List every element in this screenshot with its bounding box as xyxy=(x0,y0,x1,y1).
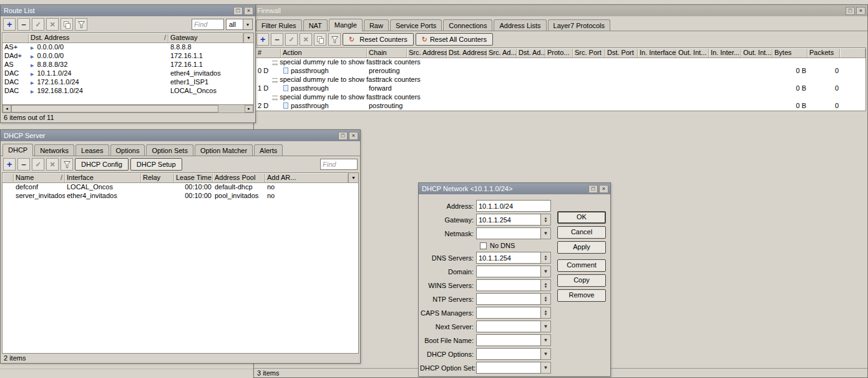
col-dst-address-list[interactable]: Dst. Ad... xyxy=(517,48,545,57)
col-dst-address[interactable]: Dst. Address xyxy=(447,48,487,57)
cancel-button[interactable]: Cancel xyxy=(557,226,606,239)
spinner-icon[interactable]: ▲▼ xyxy=(541,293,551,305)
firewall-rule-row[interactable]: 0 D passthrough prerouting 0 B 0 xyxy=(256,67,866,76)
col-src-port[interactable]: Src. Port xyxy=(573,48,605,57)
route-list-titlebar[interactable]: Route List □ × xyxy=(1,5,255,16)
filter-icon[interactable] xyxy=(75,18,87,31)
tab-layer7-protocols[interactable]: Layer7 Protocols xyxy=(548,19,611,31)
tab-dhcp[interactable]: DHCP xyxy=(2,144,33,156)
comment-icon[interactable] xyxy=(314,33,326,46)
col-address-pool[interactable]: Address Pool xyxy=(213,173,265,182)
ok-button[interactable]: OK xyxy=(557,211,606,224)
route-row[interactable]: AS+ ▶0.0.0.0/0 8.8.8.8 xyxy=(2,43,253,52)
dhcp-server-titlebar[interactable]: DHCP Server □ × xyxy=(1,130,360,141)
firewall-rule-row[interactable]: 2 D passthrough postrouting 0 B 0 xyxy=(256,102,866,111)
restore-icon[interactable]: □ xyxy=(588,185,598,193)
col-number[interactable]: # xyxy=(256,48,281,57)
col-relay[interactable]: Relay xyxy=(141,173,174,182)
tab-connections[interactable]: Connections xyxy=(443,19,492,31)
firewall-rule-row[interactable]: 1 D passthrough forward 0 B 0 xyxy=(256,84,866,93)
col-out-interface-list[interactable]: Out. Int... xyxy=(741,48,773,57)
tab-option-sets[interactable]: Option Sets xyxy=(146,144,193,156)
col-interface[interactable]: Interface xyxy=(65,173,141,182)
route-scope-combo[interactable]: all ▼ xyxy=(226,19,253,30)
spinner-icon[interactable]: ▲▼ xyxy=(541,279,551,291)
dhcp-setup-button[interactable]: DHCP Setup xyxy=(130,158,182,171)
apply-button[interactable]: Apply xyxy=(557,241,606,254)
col-chain[interactable]: Chain xyxy=(367,48,407,57)
scrollbar-thumb[interactable] xyxy=(11,105,218,112)
close-icon[interactable]: × xyxy=(856,7,866,15)
tab-address-lists[interactable]: Address Lists xyxy=(494,19,546,31)
gateway-input[interactable] xyxy=(476,214,541,226)
dns-servers-input[interactable] xyxy=(476,252,541,264)
filter-icon[interactable] xyxy=(61,158,73,171)
chevron-down-icon[interactable]: ▼ xyxy=(243,19,252,29)
chevron-down-icon[interactable]: ▼ xyxy=(541,321,551,332)
reset-all-counters-button[interactable]: ↻ Reset All Counters xyxy=(416,33,493,46)
ntp-servers-input[interactable] xyxy=(476,293,541,305)
restore-icon[interactable]: □ xyxy=(233,7,243,15)
disable-icon[interactable]: ✕ xyxy=(46,18,59,31)
dhcp-options-input[interactable] xyxy=(476,348,541,360)
add-icon[interactable]: + xyxy=(256,33,269,46)
dhcp-option-set-input[interactable] xyxy=(476,362,541,374)
chevron-down-icon[interactable]: ▼ xyxy=(541,348,551,360)
tab-service-ports[interactable]: Service Ports xyxy=(390,19,442,31)
close-icon[interactable]: × xyxy=(244,7,253,15)
domain-input[interactable] xyxy=(476,266,541,277)
col-out-interface[interactable]: Out. Int... xyxy=(676,48,709,57)
col-src-address-list[interactable]: Src. Ad... xyxy=(487,48,517,57)
chevron-down-icon[interactable]: ▼ xyxy=(541,227,551,239)
enable-icon[interactable]: ✓ xyxy=(32,18,44,31)
tab-leases[interactable]: Leases xyxy=(76,144,109,156)
col-bytes[interactable]: Bytes xyxy=(773,48,807,57)
spinner-icon[interactable]: ▲▼ xyxy=(541,214,551,226)
col-gateway[interactable]: Gateway xyxy=(168,33,243,42)
route-row[interactable]: DAC ▶172.16.1.0/24 ether1_ISP1 xyxy=(2,78,253,87)
comment-icon[interactable] xyxy=(61,18,73,31)
col-dst-address[interactable]: Dst. Address / xyxy=(29,33,168,42)
close-icon[interactable]: × xyxy=(599,185,608,193)
route-row[interactable]: AS ▶8.8.8.8/32 172.16.1.1 xyxy=(2,61,253,69)
route-row[interactable]: DAC ▶10.1.1.0/24 ether4_invitados xyxy=(2,69,253,78)
tab-filter-rules[interactable]: Filter Rules xyxy=(256,19,302,31)
add-icon[interactable]: + xyxy=(3,158,16,171)
col-packets[interactable]: Packets xyxy=(807,48,840,57)
copy-button[interactable]: Copy xyxy=(557,274,606,287)
find-input[interactable] xyxy=(320,159,358,170)
comment-row[interactable]: ;;; special dummy rule to show fasttrack… xyxy=(256,76,866,84)
close-icon[interactable]: × xyxy=(349,132,358,140)
dialog-titlebar[interactable]: DHCP Network <10.1.1.0/24> □ × xyxy=(419,183,610,194)
dhcp-config-button[interactable]: DHCP Config xyxy=(75,158,129,171)
tab-option-matcher[interactable]: Option Matcher xyxy=(195,144,253,156)
disable-icon[interactable]: ✕ xyxy=(46,158,59,171)
scroll-left-icon[interactable]: ◄ xyxy=(2,105,11,112)
dhcp-server-row[interactable]: server_invitados ether4_invitados 00:10:… xyxy=(2,192,358,201)
route-row[interactable]: DAC ▶192.168.1.0/24 LOCAL_Oncos xyxy=(2,87,253,96)
disable-icon[interactable]: ✕ xyxy=(300,33,312,46)
scrollbar-track[interactable] xyxy=(218,105,245,112)
firewall-titlebar[interactable]: Firewall □ × xyxy=(254,5,867,16)
col-name[interactable]: Name / xyxy=(14,173,65,182)
enable-icon[interactable]: ✓ xyxy=(285,33,298,46)
column-select-icon[interactable]: ▼ xyxy=(348,173,358,182)
restore-icon[interactable]: □ xyxy=(338,132,348,140)
horizontal-scrollbar[interactable]: ◄ ► xyxy=(2,105,254,113)
comment-button[interactable]: Comment xyxy=(557,259,606,272)
restore-icon[interactable]: □ xyxy=(846,7,855,15)
address-input[interactable] xyxy=(476,200,551,212)
next-server-input[interactable] xyxy=(476,321,541,332)
tab-networks[interactable]: Networks xyxy=(34,144,74,156)
comment-row[interactable]: ;;; special dummy rule to show fasttrack… xyxy=(256,58,866,67)
boot-file-name-input[interactable] xyxy=(476,334,541,346)
remove-button[interactable]: Remove xyxy=(557,289,606,302)
col-protocol[interactable]: Proto... xyxy=(545,48,573,57)
chevron-down-icon[interactable]: ▼ xyxy=(541,334,551,346)
caps-managers-input[interactable] xyxy=(476,307,541,319)
filter-icon[interactable] xyxy=(328,33,341,46)
col-action[interactable]: Action xyxy=(281,48,367,57)
enable-icon[interactable]: ✓ xyxy=(32,158,44,171)
add-icon[interactable]: + xyxy=(3,18,16,31)
col-in-interface[interactable]: In. Interface xyxy=(638,48,676,57)
